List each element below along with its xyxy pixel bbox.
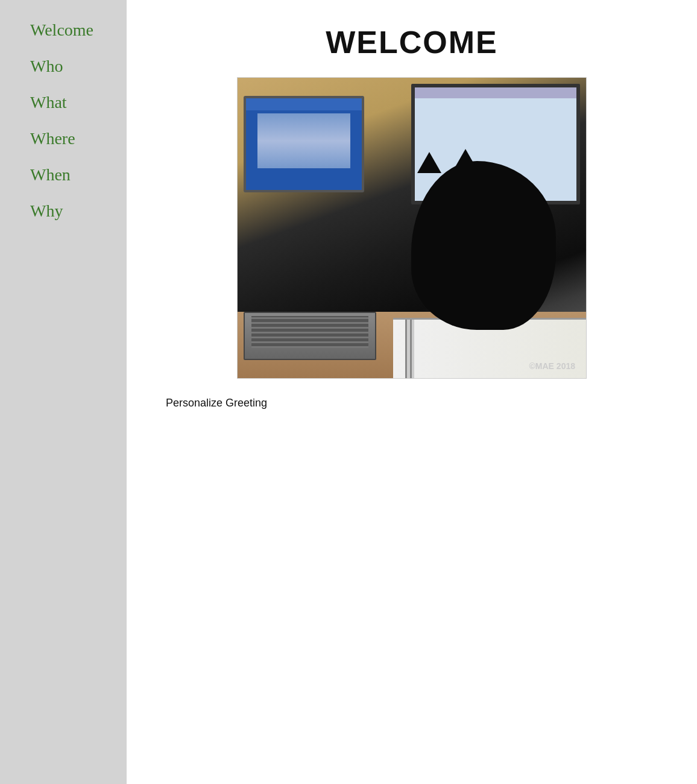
sidebar-item-welcome[interactable]: Welcome bbox=[30, 12, 127, 48]
laptop-keyboard bbox=[244, 312, 376, 360]
cat-silhouette bbox=[411, 161, 556, 330]
page-title: WELCOME bbox=[163, 24, 661, 60]
sidebar-item-when[interactable]: When bbox=[30, 157, 127, 193]
sidebar-item-why[interactable]: Why bbox=[30, 193, 127, 229]
hero-image: ©MAE 2018 bbox=[237, 77, 587, 379]
cat-ear-right bbox=[453, 149, 478, 170]
sidebar-nav: WelcomeWhoWhatWhereWhenWhy bbox=[30, 12, 127, 229]
hero-image-container: ©MAE 2018 bbox=[237, 77, 587, 379]
copyright-text: ©MAE 2018 bbox=[529, 361, 575, 371]
laptop-screen bbox=[244, 96, 364, 192]
main-content: WELCOME ©MAE 2018 Personalize Greeting bbox=[127, 0, 697, 784]
cat-ear-left bbox=[417, 152, 441, 173]
sidebar: WelcomeWhoWhatWhereWhenWhy bbox=[0, 0, 127, 784]
sidebar-item-where[interactable]: Where bbox=[30, 121, 127, 157]
sidebar-item-who[interactable]: Who bbox=[30, 48, 127, 84]
personalize-greeting-link[interactable]: Personalize Greeting bbox=[166, 397, 661, 409]
sidebar-item-what[interactable]: What bbox=[30, 84, 127, 121]
